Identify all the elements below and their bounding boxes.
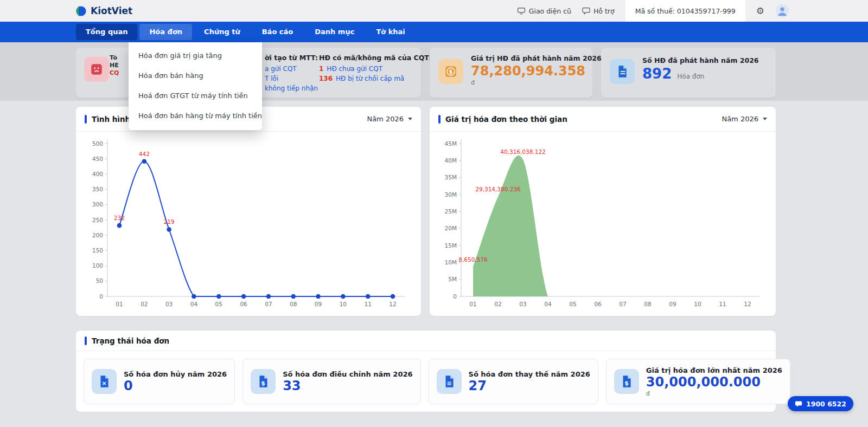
menu-item-gtgt-may-tinh-tien[interactable]: Hoá đơn GTGT từ máy tính tiền [129,86,262,106]
avatar[interactable] [775,4,789,18]
cqt-count: 136 [319,74,333,83]
status-panel-header: Trạng thái hóa đơn [76,331,776,351]
svg-text:04: 04 [190,301,198,307]
card-value: 33 [283,379,412,393]
card-title: Số hóa đơn thay thế năm 2026 [469,370,590,378]
svg-text:30M: 30M [445,191,457,198]
tab-to-khai[interactable]: Tờ khai [366,24,414,40]
tab-bao-cao[interactable]: Báo cáo [252,24,303,40]
old-ui-link[interactable]: Giao diện cũ [517,7,571,15]
usage-line-chart: 0501001502002503003504004505000102030405… [82,134,413,313]
svg-text:40M: 40M [445,157,457,164]
value-area-chart: 05M10M15M20M25M30M35M40M45M0102030405060… [436,134,768,313]
hoa-don-dropdown-menu: Hóa đơn giá trị gia tăng Hóa đơn bán hàn… [129,42,262,130]
issued-value-card: $ Giá trị HĐ đã phát hành năm 2026 78,28… [430,48,592,98]
card-title: Số hóa đơn điều chỉnh năm 2026 [283,370,412,378]
svg-text:02: 02 [494,301,501,307]
cqt-count: 1 [319,64,323,74]
cqt-status-column: HĐ có mã/không mã của CQT: 1 HĐ chưa gửi… [319,54,431,83]
svg-text:09: 09 [669,301,676,307]
svg-text:06: 06 [594,301,602,307]
svg-text:05: 05 [569,301,576,307]
alert-face-icon [84,57,109,82]
status-cards-row: × Số hóa đơn hủy năm 2026 0 $ [84,359,768,404]
issued-value-text: Giá trị HĐ đã phát hành năm 2026 78,280,… [471,54,602,86]
issued-value-amount: 78,280,994.358 [471,63,602,79]
tax-code-label: Mã số thuế: 0104359717-999 [626,0,745,22]
hotline-chat-button[interactable]: 1900 6522 [788,396,853,411]
svg-text:450: 450 [92,156,103,162]
cancelled-invoices-card: × Số hóa đơn hủy năm 2026 0 [84,359,235,404]
card-value: 0 [124,379,227,393]
cqt-row: 136 HĐ bị từ chối cấp mã [319,74,431,83]
largest-invoice-card: $ Giá trị hóa đơn lớn nhất năm 2026 30,0… [606,359,790,404]
tab-hoa-don[interactable]: Hóa đơn [139,24,192,40]
svg-text:05: 05 [215,301,222,307]
obscured-card-text: Tò HE CQ [110,54,119,77]
monitor-icon [517,7,526,15]
obscured-text-line: HE [110,62,119,69]
svg-text:09: 09 [315,301,322,307]
old-ui-label: Giao diện cũ [529,7,571,15]
svg-text:10M: 10M [445,259,457,266]
svg-text:8,650,576: 8,650,576 [458,256,488,263]
svg-text:350: 350 [92,186,103,192]
usage-chart-panel: Tình hình s Năm 2026 0501001502002503003… [76,107,421,316]
menu-item-hoa-don-gtgt[interactable]: Hóa đơn giá trị gia tăng [129,46,262,66]
issued-value-title: Giá trị HĐ đã phát hành năm 2026 [471,54,602,62]
card-title: Số hóa đơn hủy năm 2026 [124,370,227,378]
usage-year-value: Năm 2026 [367,115,404,123]
top-header-bar: KiotViet Giao diện cũ Hỗ trợ Mã số thuế:… [0,0,868,22]
gear-icon[interactable]: ⚙ [756,7,764,16]
svg-text:10: 10 [694,301,701,307]
svg-text:250: 250 [92,217,103,223]
issued-count-title: Số HĐ đã phát hành năm 2026 [642,56,759,64]
cqt-row: 1 HĐ chưa gửi CQT [319,64,431,74]
usage-year-select[interactable]: Năm 2026 [367,115,412,123]
obscured-text-line: Tò [110,54,119,62]
svg-text:11: 11 [719,301,726,307]
value-year-value: Năm 2026 [722,115,758,123]
mtt-link-chua-gui[interactable]: a gửi CQT [265,64,318,74]
svg-text:07: 07 [619,301,626,307]
brand-name: KiotViet [91,5,132,16]
svg-text:06: 06 [240,301,247,307]
invoice-document-icon [610,59,635,84]
tab-tong-quan[interactable]: Tổng quan [76,24,137,40]
card-value: 30,000,000.000 [646,375,782,390]
chevron-down-icon [763,118,767,120]
tab-chung-tu[interactable]: Chứng từ [194,24,250,40]
invoice-cancel-icon: × [92,369,117,394]
svg-text:07: 07 [265,301,272,307]
svg-text:29,314,380.236: 29,314,380.236 [475,186,521,192]
svg-text:08: 08 [644,301,651,307]
support-link[interactable]: Hỗ trợ [582,7,615,15]
svg-text:01: 01 [469,301,476,307]
svg-text:$: $ [449,69,453,75]
chat-bubble-icon [795,400,802,407]
cqt-link-chua-gui[interactable]: HĐ chưa gửi CQT [327,64,382,74]
status-panel: Trạng thái hóa đơn × Số hóa đơn hủy năm … [76,331,776,412]
kiotviet-logo[interactable]: KiotViet [74,5,132,17]
menu-item-ban-hang-may-tinh-tien[interactable]: Hoá đơn bán hàng từ máy tính tiền [129,106,262,126]
invoice-adjust-icon: $ [251,369,276,394]
chevron-down-icon [408,118,412,120]
cqt-link-tu-choi[interactable]: HĐ bị từ chối cấp mã [336,74,404,83]
svg-text:×: × [101,380,106,387]
svg-text:150: 150 [92,247,103,254]
coin-icon: $ [438,59,463,84]
app-window: KiotViet Giao diện cũ Hỗ trợ Mã số thuế:… [0,0,868,427]
mtt-link-khong-tiep-nhan[interactable]: không tiếp nhận [265,83,318,93]
cqt-header: HĐ có mã/không mã của CQT: [319,54,431,62]
card-unit: đ [646,390,782,397]
mtt-link-loi[interactable]: T lỗi [265,74,318,83]
svg-text:50: 50 [96,277,103,284]
support-label: Hỗ trợ [593,7,615,15]
mtt-status-column: ời tạo từ MTT: a gửi CQT T lỗi không tiế… [265,54,318,93]
panel-accent-bar [85,337,87,345]
tab-danh-muc[interactable]: Danh mục [305,24,364,40]
svg-text:08: 08 [290,301,297,307]
menu-item-hoa-don-ban-hang[interactable]: Hóa đơn bán hàng [129,66,262,86]
value-year-select[interactable]: Năm 2026 [722,115,767,123]
svg-text:12: 12 [744,301,751,307]
